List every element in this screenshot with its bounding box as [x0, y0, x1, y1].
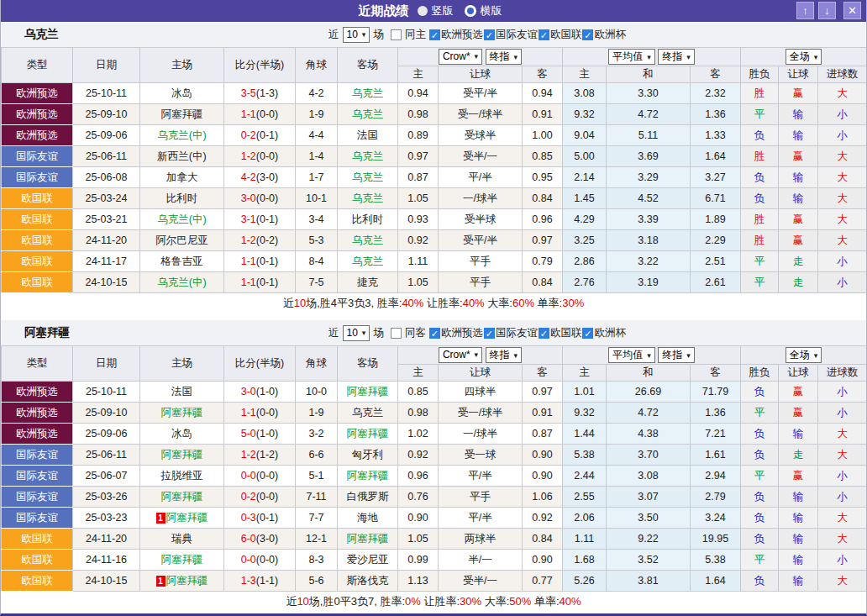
cell-date: 25-09-06	[73, 424, 140, 445]
cell-handicap: 平手	[439, 487, 523, 508]
red-card-badge: 1	[156, 576, 166, 587]
cell-avg-home: 4.29	[563, 209, 607, 230]
cell-score: 0-0(0-0)	[224, 466, 296, 487]
odds-company-select[interactable]: Crow*▾	[439, 49, 482, 65]
cell-avg-away: 6.71	[691, 188, 741, 209]
odds-stage-select[interactable]: 终指▾	[486, 347, 523, 363]
cell-handicap: 半/一	[439, 550, 523, 571]
competition-checkbox[interactable]: ✓	[484, 29, 495, 40]
odds-stage-select[interactable]: 终指▾	[486, 49, 523, 65]
summary-segment: 30%	[460, 595, 481, 608]
cell-home-team: 冰岛	[140, 424, 224, 445]
cell-home-team: 拉脱维亚	[140, 466, 224, 487]
home-team-name: 新西兰(中)	[157, 150, 206, 162]
average-select[interactable]: 平均值▾	[608, 347, 655, 363]
summary-segment: 近	[286, 595, 297, 608]
goals-result-value: 大	[837, 234, 848, 246]
cell-corners: 8-4	[296, 251, 338, 272]
cell-avg-away: 1.64	[691, 146, 741, 167]
cell-home-odds: 0.92	[398, 230, 439, 251]
summary-segment: 50%	[509, 595, 531, 608]
cell-score: 1-2(1-2)	[224, 445, 296, 466]
cell-avg-draw: 3.19	[607, 272, 691, 293]
cell-avg-away: 1.33	[691, 125, 741, 146]
competition-checkbox[interactable]: ✓	[582, 328, 593, 339]
horizontal-layout-radio[interactable]	[465, 5, 476, 17]
match-row: 国际友谊25-03-231阿塞拜疆0-3(0-1)7-7海地0.90平/半0.9…	[2, 508, 867, 529]
handicap-result-value: 赢	[793, 386, 804, 398]
team-name: 阿塞拜疆	[24, 320, 70, 345]
handicap-result-value: 赢	[793, 470, 804, 482]
cell-goals-result: 小	[818, 272, 867, 293]
cell-avg-home: 2.86	[563, 251, 607, 272]
result-value: 胜	[754, 234, 765, 246]
cell-result: 胜	[741, 146, 779, 167]
scope-select[interactable]: 全场▾	[786, 347, 822, 363]
cell-corners: 4-4	[296, 125, 338, 146]
dropdown-arrow-icon: ▾	[647, 53, 651, 61]
cell-handicap: 受平/半	[439, 83, 523, 104]
average-select[interactable]: 平均值▾	[608, 49, 655, 65]
away-team-name: 乌克兰	[352, 234, 384, 246]
cell-home-odds: 0.87	[398, 167, 439, 188]
vertical-layout-radio[interactable]	[418, 6, 428, 16]
cell-away-odds: 0.79	[523, 251, 563, 272]
competition-checkbox[interactable]: ✓	[429, 328, 440, 339]
competition-checkbox[interactable]: ✓	[429, 29, 440, 40]
same-venue-checkbox[interactable]	[391, 29, 402, 40]
result-value: 负	[754, 449, 765, 461]
cell-handicap: 两球半	[439, 529, 523, 550]
match-count-select[interactable]: 10 ▾	[343, 27, 370, 43]
col-header-goals: 进球数	[818, 365, 867, 382]
match-count-select[interactable]: 10 ▾	[343, 325, 370, 341]
filter-bar: 阿塞拜疆 近 10 ▾ 场 同客 ✓欧洲预选✓国际友谊✓欧国联✓欧洲杯	[1, 320, 866, 345]
dropdown-arrow-icon: ▾	[686, 53, 691, 61]
competition-checkbox[interactable]: ✓	[539, 29, 549, 40]
cell-away-team: 斯洛伐克	[338, 571, 398, 592]
home-team-name: 乌克兰(中)	[157, 213, 206, 225]
cell-home-team: 阿塞拜疆	[140, 403, 224, 424]
average-stage-select[interactable]: 终指▾	[658, 49, 695, 65]
cell-corners: 12-1	[296, 529, 338, 550]
cell-score: 4-2(3-0)	[224, 167, 296, 188]
cell-home-team: 阿尔巴尼亚	[140, 230, 224, 251]
away-team-name: 阿塞拜疆	[347, 386, 389, 398]
cell-home-team: 乌克兰(中)	[140, 209, 224, 230]
move-down-button[interactable]: ↓	[818, 2, 836, 19]
odds-stage-value: 终指	[490, 348, 510, 362]
recent-results-window: 近期战绩 竖版 横版 ↑ ↓ ✕ 乌克兰 近 10 ▾ 场 同主	[0, 0, 867, 616]
handicap-result-value: 赢	[793, 150, 804, 162]
cell-result: 胜	[741, 209, 779, 230]
cell-away-odds: 0.91	[523, 403, 563, 424]
close-button[interactable]: ✕	[843, 2, 861, 19]
cell-away-team: 乌克兰	[338, 403, 398, 424]
same-venue-checkbox[interactable]	[391, 328, 402, 339]
home-team-name: 阿塞拜疆	[161, 554, 203, 566]
summary-segment: 10	[294, 297, 306, 309]
cell-handicap-result: 走	[779, 251, 818, 272]
summary-segment: 60%	[512, 297, 534, 309]
handicap-result-value: 赢	[793, 407, 804, 419]
move-up-button[interactable]: ↑	[796, 2, 814, 19]
cell-date: 24-10-15	[73, 272, 140, 293]
cell-date: 25-06-07	[73, 466, 140, 487]
cell-home-odds: 1.05	[398, 272, 439, 293]
cell-avg-draw: 26.69	[607, 382, 691, 403]
cell-away-team: 海地	[338, 508, 398, 529]
col-header-score: 比分(半场)	[224, 48, 296, 83]
competition-checkbox[interactable]: ✓	[582, 29, 593, 40]
cell-date: 25-03-26	[73, 487, 140, 508]
cell-away-odds: 1.06	[523, 487, 563, 508]
competition-label: 国际友谊	[496, 28, 538, 42]
col-header-result: 胜负	[741, 66, 779, 83]
odds-company-select[interactable]: Crow*▾	[439, 347, 482, 363]
scope-select[interactable]: 全场▾	[786, 49, 822, 65]
average-stage-select[interactable]: 终指▾	[658, 347, 695, 363]
away-team-name: 法国	[357, 129, 378, 141]
cell-avg-away: 1.64	[691, 571, 741, 592]
competition-checkbox[interactable]: ✓	[539, 328, 549, 339]
competition-checkbox[interactable]: ✓	[484, 328, 495, 339]
match-row: 国际友谊25-06-07拉脱维亚0-0(0-0)5-1阿塞拜疆0.96平/半0.…	[2, 466, 867, 487]
home-team-name: 乌克兰(中)	[157, 129, 206, 141]
cell-goals-result: 小	[818, 104, 867, 125]
